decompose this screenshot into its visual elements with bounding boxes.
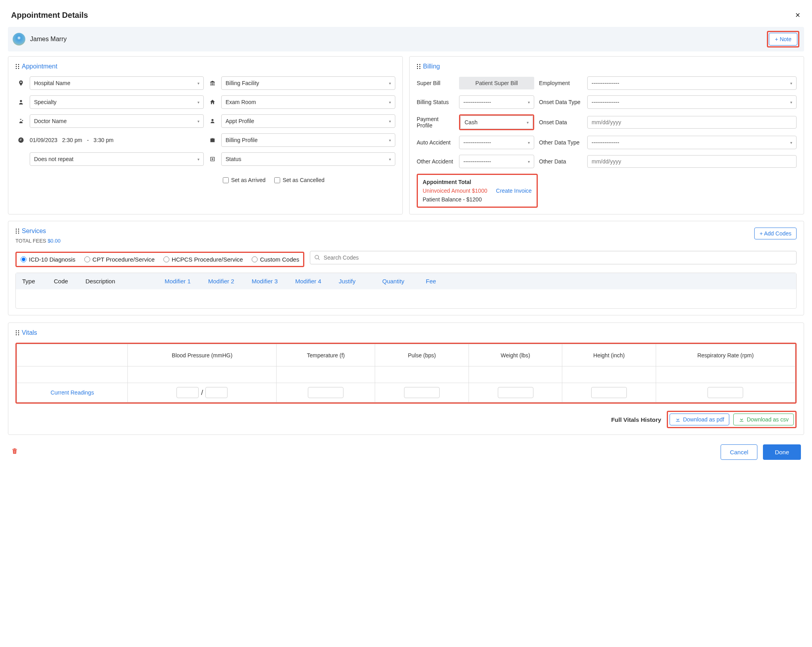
cancel-button[interactable]: Cancel: [721, 444, 757, 460]
chevron-down-icon: ▾: [790, 140, 792, 145]
hospital-select[interactable]: Hospital Name▾: [30, 76, 204, 90]
radio-cpt[interactable]: CPT Procedure/Service: [84, 256, 155, 263]
auto-accident-select[interactable]: ---------------▾: [459, 136, 534, 149]
employment-select[interactable]: ---------------▾: [587, 76, 797, 90]
chevron-down-icon: ▾: [527, 120, 529, 125]
svg-point-20: [16, 332, 17, 333]
other-data-type-label: Other Data Type: [539, 139, 582, 146]
drag-handle-icon[interactable]: [417, 64, 421, 69]
chevron-down-icon: ▾: [528, 100, 530, 104]
svg-point-17: [18, 233, 19, 233]
radio-hcpcs[interactable]: HCPCS Procedure/Service: [163, 256, 243, 263]
billing-panel: Billing Super Bill Patient Super Bill Em…: [409, 56, 804, 214]
payment-profile-label: Payment Profile: [417, 116, 454, 129]
drag-handle-icon[interactable]: [15, 228, 19, 234]
svg-point-15: [18, 231, 19, 231]
other-data-input[interactable]: [587, 155, 797, 168]
download-pdf-button[interactable]: Download as pdf: [670, 414, 729, 425]
svg-point-22: [16, 334, 17, 335]
svg-point-21: [18, 332, 19, 333]
total-fees: TOTAL FEES $0.00: [15, 238, 61, 244]
svg-point-6: [417, 64, 418, 65]
appointment-end: 3:30 pm: [93, 137, 114, 143]
onset-data-input[interactable]: [587, 116, 797, 129]
vitals-col-weight: Weight (lbs): [469, 344, 562, 366]
uninvoiced-amount: Uninvoiced Amount $1000: [423, 188, 487, 194]
status-select[interactable]: Status▾: [221, 152, 395, 166]
col-justify: Justify: [339, 278, 382, 285]
current-readings-label: Current Readings: [17, 383, 128, 402]
chevron-down-icon: ▾: [528, 140, 530, 145]
appointment-panel: Appointment Hospital Name▾ Billing Facil…: [8, 56, 403, 214]
patient-name: James Marry: [30, 36, 66, 43]
bp-systolic-input[interactable]: [176, 387, 199, 398]
doctor-select[interactable]: Doctor Name▾: [30, 114, 204, 128]
other-accident-select[interactable]: ---------------▾: [459, 155, 534, 168]
chevron-down-icon: ▾: [389, 138, 391, 142]
create-invoice-link[interactable]: Create Invoice: [496, 188, 531, 194]
code-type-radio-group: ICD-10 Diagnosis CPT Procedure/Service H…: [21, 256, 299, 263]
patient-super-bill-button[interactable]: Patient Super Bill: [459, 77, 534, 89]
radio-custom[interactable]: Custom Codes: [252, 256, 299, 263]
add-note-button[interactable]: + Note: [769, 33, 797, 46]
vitals-col-height: Height (inch): [562, 344, 656, 366]
chevron-down-icon: ▾: [389, 157, 391, 161]
chevron-down-icon: ▾: [197, 119, 199, 123]
done-button[interactable]: Done: [763, 444, 801, 460]
svg-point-1: [18, 64, 19, 65]
temperature-input[interactable]: [308, 387, 343, 398]
other-data-type-select[interactable]: ---------------▾: [587, 136, 797, 149]
delete-button[interactable]: [11, 448, 18, 457]
close-icon: [795, 12, 801, 18]
download-icon: [675, 416, 681, 423]
respiratory-rate-input[interactable]: [708, 387, 743, 398]
appointment-total-box: Appointment Total Uninvoiced Amount $100…: [417, 174, 538, 208]
facility-icon: [207, 80, 218, 86]
appointment-start: 2:30 pm: [62, 137, 82, 143]
clock-icon: [15, 137, 27, 143]
patient-avatar: [13, 33, 25, 46]
trash-icon: [11, 448, 18, 455]
appt-profile-select[interactable]: Appt Profile▾: [221, 114, 395, 128]
drag-handle-icon[interactable]: [15, 64, 19, 69]
vitals-col-rr: Respiratory Rate (rpm): [656, 344, 795, 366]
weight-input[interactable]: [498, 387, 533, 398]
appointment-time: 01/09/2023 2:30 pm - 3:30 pm: [30, 137, 204, 143]
appointment-date: 01/09/2023: [30, 137, 57, 143]
search-codes-box[interactable]: [310, 251, 797, 264]
drag-handle-icon[interactable]: [15, 330, 19, 336]
set-cancelled-checkbox[interactable]: Set as Cancelled: [274, 177, 324, 183]
super-bill-label: Super Bill: [417, 80, 454, 86]
svg-point-11: [419, 68, 420, 69]
full-vitals-history-label: Full Vitals History: [611, 416, 661, 423]
payment-profile-select[interactable]: Cash▾: [460, 116, 533, 129]
chevron-down-icon: ▾: [389, 119, 391, 123]
search-codes-input[interactable]: [324, 254, 792, 261]
close-button[interactable]: [795, 9, 801, 21]
bp-diastolic-input[interactable]: [205, 387, 228, 398]
radio-icd10[interactable]: ICD-10 Diagnosis: [21, 256, 76, 263]
add-codes-button[interactable]: + Add Codes: [754, 228, 797, 239]
billing-profile-select[interactable]: Billing Profile▾: [221, 133, 395, 147]
pulse-input[interactable]: [404, 387, 440, 398]
doctor-icon: [15, 118, 27, 124]
onset-data-type-select[interactable]: ---------------▾: [587, 95, 797, 109]
exam-room-select[interactable]: Exam Room▾: [221, 95, 395, 109]
svg-point-16: [16, 233, 17, 233]
svg-point-10: [417, 68, 418, 69]
chevron-down-icon: ▾: [389, 100, 391, 104]
set-arrived-checkbox[interactable]: Set as Arrived: [223, 177, 266, 183]
download-csv-button[interactable]: Download as csv: [733, 414, 794, 425]
specialty-select[interactable]: Specialty▾: [30, 95, 204, 109]
onset-data-label: Onset Data: [539, 119, 582, 125]
billing-facility-select[interactable]: Billing Facility▾: [221, 76, 395, 90]
appointment-total-title: Appointment Total: [423, 179, 532, 185]
chevron-down-icon: ▾: [528, 159, 530, 164]
codes-table: Type Code Description Modifier 1 Modifie…: [15, 273, 797, 309]
col-mod1: Modifier 1: [165, 278, 208, 285]
patient-bar: James Marry + Note: [8, 27, 804, 51]
svg-point-12: [16, 229, 17, 230]
height-input[interactable]: [591, 387, 627, 398]
billing-status-select[interactable]: ---------------▾: [459, 95, 534, 109]
repeat-select[interactable]: Does not repeat▾: [30, 152, 204, 166]
